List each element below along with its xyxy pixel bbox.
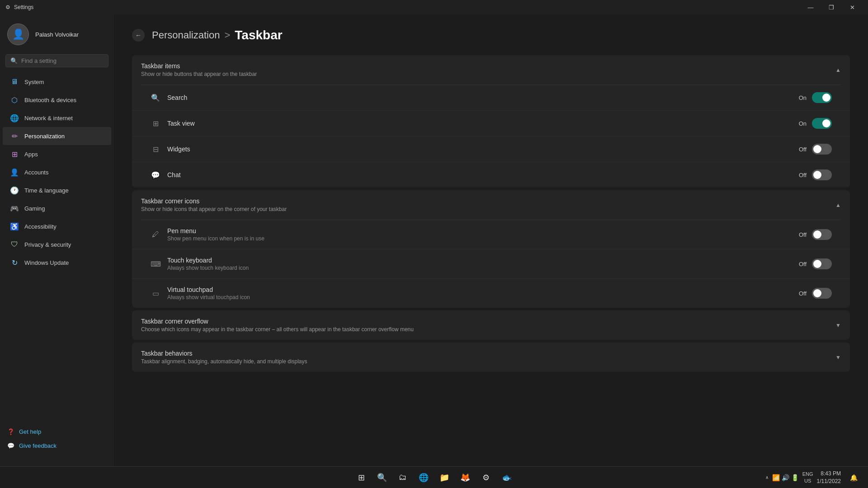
taskview-toggle[interactable] <box>812 118 832 129</box>
user-section: 👤 Palash Volvoikar <box>0 14 114 52</box>
back-button[interactable]: ← <box>132 29 145 42</box>
taskbar-clock[interactable]: 8:43 PM 1/11/2022 <box>817 470 841 485</box>
avatar: 👤 <box>7 23 29 45</box>
pen-menu-right: Off <box>799 229 832 240</box>
taskbar-corner-icons-header[interactable]: Taskbar corner icons Show or hide icons … <box>132 190 850 220</box>
taskview-setting-row: ⊞ Task view On <box>132 111 850 136</box>
sidebar-item-label-bluetooth: Bluetooth & devices <box>24 97 76 103</box>
personalization-icon: ✏ <box>10 131 19 141</box>
minimize-button[interactable]: — <box>800 0 821 14</box>
search-toggle-thumb <box>822 94 830 102</box>
pen-menu-row: 🖊 Pen menu Show pen menu icon when pen i… <box>132 220 850 249</box>
taskbar-taskview-button[interactable]: 🗂 <box>394 469 412 487</box>
tray-expand-button[interactable]: ∧ <box>765 475 769 480</box>
taskview-setting-label: Task view <box>167 120 195 127</box>
give-feedback-label: Give feedback <box>19 442 57 449</box>
touch-keyboard-toggle[interactable] <box>812 258 832 269</box>
sidebar-item-accounts[interactable]: 👤 Accounts <box>3 163 111 181</box>
settings-icon: ⚙ <box>5 4 10 10</box>
taskview-setting-left: ⊞ Task view <box>150 118 195 129</box>
language-label: ENG <box>802 471 813 477</box>
taskbar-corner-overflow-info: Taskbar corner overflow Choose which ico… <box>141 318 414 333</box>
chat-setting-label: Chat <box>167 171 181 178</box>
sidebar-item-privacy[interactable]: 🛡 Privacy & security <box>3 235 111 253</box>
taskbar-behaviors-header[interactable]: Taskbar behaviors Taskbar alignment, bad… <box>132 343 850 372</box>
taskbar-edge-button[interactable]: 🌐 <box>415 469 433 487</box>
gaming-icon: 🎮 <box>10 204 19 213</box>
widgets-toggle[interactable] <box>812 144 832 155</box>
chat-toggle[interactable] <box>812 169 832 180</box>
sidebar-item-apps[interactable]: ⊞ Apps <box>3 145 111 163</box>
sidebar-item-network[interactable]: 🌐 Network & internet <box>3 109 111 127</box>
get-help-link[interactable]: ❓ Get help <box>7 425 107 439</box>
virtual-touchpad-toggle[interactable] <box>812 288 832 299</box>
sidebar-item-label-system: System <box>24 79 44 85</box>
touch-keyboard-toggle-thumb <box>813 260 821 268</box>
search-toggle[interactable] <box>812 92 832 103</box>
sidebar-item-label-gaming: Gaming <box>24 205 45 212</box>
sidebar-item-bluetooth[interactable]: ⬡ Bluetooth & devices <box>3 91 111 109</box>
time-icon: 🕐 <box>10 186 19 195</box>
breadcrumb-current: Taskbar <box>235 28 282 42</box>
taskbar-search-button[interactable]: 🔍 <box>373 469 391 487</box>
battery-icon[interactable]: 🔋 <box>791 474 799 481</box>
sidebar-item-time[interactable]: 🕐 Time & language <box>3 181 111 199</box>
chat-setting-left: 💬 Chat <box>150 169 181 180</box>
pen-menu-toggle-thumb <box>813 230 821 239</box>
corner-overflow-subtitle: Choose which icons may appear in the tas… <box>141 326 414 333</box>
virtual-touchpad-right: Off <box>799 288 832 299</box>
accounts-icon: 👤 <box>10 168 19 177</box>
taskbar-corner-overflow-header[interactable]: Taskbar corner overflow Choose which ico… <box>132 310 850 340</box>
sound-icon[interactable]: 🔊 <box>782 474 789 481</box>
chat-status: Off <box>799 172 807 178</box>
sidebar-item-label-accessibility: Accessibility <box>24 223 57 230</box>
taskbar-behaviors-info: Taskbar behaviors Taskbar alignment, bad… <box>141 350 307 365</box>
start-button[interactable]: ⊞ <box>352 469 370 487</box>
taskbar: ⊞ 🔍 🗂 🌐 📁 🦊 ⚙ 🐟 ∧ 📶 🔊 🔋 ENG US 8:43 PM 1… <box>0 466 868 488</box>
search-box[interactable]: 🔍 <box>5 54 108 67</box>
give-feedback-link[interactable]: 💬 Give feedback <box>7 439 107 453</box>
restore-button[interactable]: ❐ <box>821 0 842 14</box>
title-bar-left: ⚙ Settings <box>5 4 33 10</box>
corner-overflow-title: Taskbar corner overflow <box>141 318 414 325</box>
search-setting-icon: 🔍 <box>150 92 161 103</box>
taskbar-corner-overflow-card: Taskbar corner overflow Choose which ico… <box>132 310 850 340</box>
sidebar-item-label-personalization: Personalization <box>24 133 65 140</box>
language-block[interactable]: ENG US <box>802 471 813 484</box>
apps-icon: ⊞ <box>10 150 19 159</box>
taskbar-firefox-button[interactable]: 🦊 <box>456 469 474 487</box>
widgets-setting-right: Off <box>799 144 832 155</box>
pen-menu-icon: 🖊 <box>150 229 161 240</box>
sidebar-item-accessibility[interactable]: ♿ Accessibility <box>3 217 111 235</box>
sidebar-item-winupdate[interactable]: ↻ Windows Update <box>3 253 111 272</box>
search-setting-label: Search <box>167 94 187 101</box>
taskbar-other-button[interactable]: 🐟 <box>498 469 516 487</box>
system-icon: 🖥 <box>10 77 19 86</box>
touch-keyboard-status: Off <box>799 261 807 267</box>
sidebar-item-personalization[interactable]: ✏ Personalization <box>3 127 111 145</box>
virtual-touchpad-label-block: Virtual touchpad Always show virtual tou… <box>167 286 250 300</box>
winupdate-icon: ↻ <box>10 258 19 267</box>
user-name: Palash Volvoikar <box>35 31 79 38</box>
sidebar-item-label-privacy: Privacy & security <box>24 241 71 248</box>
close-button[interactable]: ✕ <box>842 0 863 14</box>
taskbar-settings-button[interactable]: ⚙ <box>477 469 495 487</box>
sidebar-item-system[interactable]: 🖥 System <box>3 73 111 91</box>
virtual-touchpad-row: ▭ Virtual touchpad Always show virtual t… <box>132 279 850 308</box>
taskbar-explorer-button[interactable]: 📁 <box>435 469 453 487</box>
pen-menu-toggle[interactable] <box>812 229 832 240</box>
breadcrumb: ← Personalization > Taskbar <box>132 28 850 42</box>
search-icon: 🔍 <box>10 57 18 64</box>
sys-tray: 📶 🔊 🔋 <box>772 474 799 481</box>
wifi-icon[interactable]: 📶 <box>772 474 780 481</box>
network-icon: 🌐 <box>10 113 19 122</box>
get-help-label: Get help <box>19 428 41 435</box>
taskbar-items-header[interactable]: Taskbar items Show or hide buttons that … <box>132 55 850 84</box>
search-setting-left: 🔍 Search <box>150 92 187 103</box>
search-setting-right: On <box>799 92 832 103</box>
taskbar-corner-icons-info: Taskbar corner icons Show or hide icons … <box>141 197 287 212</box>
notification-button[interactable]: 🔔 <box>844 469 863 487</box>
virtual-touchpad-left: ▭ Virtual touchpad Always show virtual t… <box>150 286 250 300</box>
sidebar-item-gaming[interactable]: 🎮 Gaming <box>3 199 111 217</box>
search-input[interactable] <box>21 57 104 64</box>
